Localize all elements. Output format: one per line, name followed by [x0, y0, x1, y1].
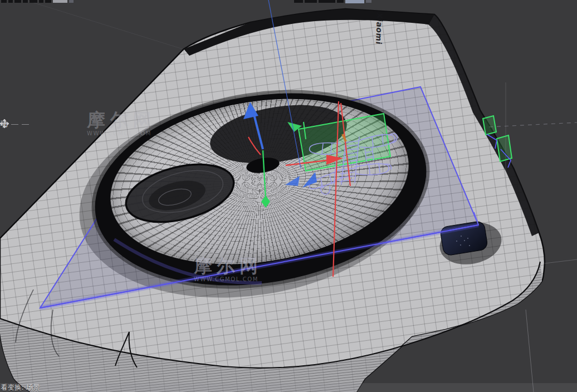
toolbar-fragment-left[interactable]: [1, 0, 74, 3]
view-transform-status: 看变换: 场景: [1, 383, 40, 392]
divider: [22, 124, 29, 125]
platter-recess-oval: [120, 154, 240, 232]
viewport-3d[interactable]: 动 Xiaomi 摩尔网 www.cgmol.com 摩尔网 www.cgmol…: [0, 0, 577, 392]
move-icon: [0, 119, 9, 128]
world-axis-guides: [489, 82, 577, 392]
selection-rectangle-front-edge: [40, 225, 478, 308]
blue-normal-flag: [285, 176, 300, 186]
rim-violet-sheen: [114, 239, 262, 283]
blue-normal-flag: [302, 172, 317, 188]
active-tool-indicator[interactable]: 动: [0, 119, 29, 129]
overlay-scene: [0, 0, 577, 392]
divider: [11, 124, 18, 125]
toolbar-fragment-center[interactable]: [294, 0, 371, 3]
edge-selection-highlights: [483, 116, 512, 168]
footer-strip: [0, 383, 577, 392]
